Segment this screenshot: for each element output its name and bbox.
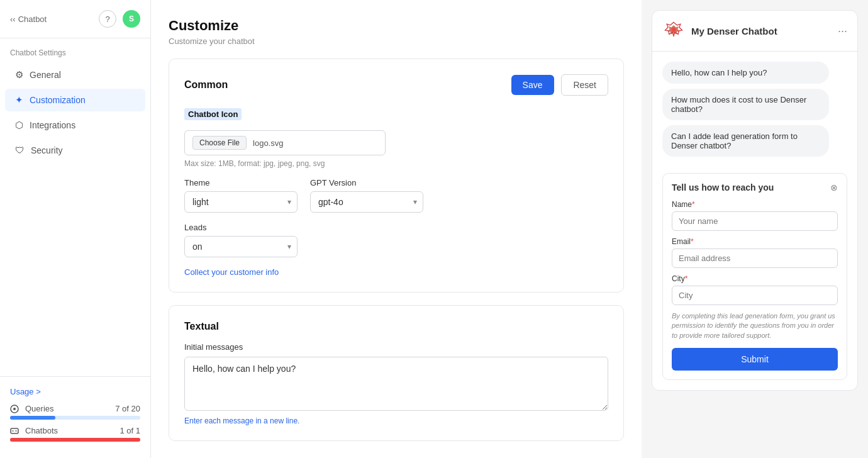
gpt-group: GPT Version gpt-4o gpt-3.5-turbo gpt-4 ▾	[310, 178, 423, 213]
textual-card: Textual Initial messages Enter each mess…	[169, 305, 624, 441]
chatbots-progress-fill	[10, 438, 140, 442]
textarea-hint: Enter each message in a new line.	[184, 416, 608, 425]
chatbots-count: 1 of 1	[120, 426, 140, 435]
greeting-bubble: Hello, how can I help you?	[662, 62, 829, 84]
gpt-label: GPT Version	[310, 178, 423, 187]
leads-label: Leads	[184, 223, 298, 232]
email-required-marker: *	[691, 237, 694, 246]
queries-progress-bg	[10, 416, 140, 420]
avatar: S	[123, 10, 140, 28]
theme-label: Theme	[184, 178, 298, 187]
name-input[interactable]	[672, 211, 838, 231]
svg-point-3	[13, 430, 14, 432]
main-content: Customize Customize your chatbot Common …	[151, 0, 642, 458]
chatbot-menu-icon[interactable]: ···	[838, 25, 847, 38]
chatbot-name: My Denser Chatbot	[691, 26, 832, 36]
leads-select[interactable]: on off	[184, 236, 298, 257]
svg-point-1	[13, 408, 16, 410]
customization-icon: ✦	[15, 94, 23, 106]
submit-button[interactable]: Submit	[672, 348, 838, 371]
city-required-marker: *	[685, 274, 688, 283]
avatar-letter: S	[129, 14, 134, 23]
email-field-label: Email*	[672, 237, 838, 246]
back-button[interactable]: ‹‹ Chatbot	[10, 14, 47, 24]
theme-group: Theme light dark ▾	[184, 178, 298, 213]
usage-link[interactable]: Usage >	[10, 387, 140, 396]
lead-form-header: Tell us how to reach you ⊗	[672, 182, 838, 193]
city-input[interactable]	[672, 286, 838, 305]
chatbot-messages: Hello, how can I help you? How much does…	[652, 52, 857, 167]
page-title: Customize	[169, 18, 624, 34]
svg-point-4	[16, 430, 17, 432]
chatbot-preview: My Denser Chatbot ··· Hello, how can I h…	[652, 10, 858, 391]
common-card-actions: Save Reset	[511, 74, 608, 96]
reset-button[interactable]: Reset	[561, 74, 608, 96]
textual-card-title: Textual	[184, 321, 608, 332]
svg-point-6	[671, 28, 676, 32]
chatbots-progress-bg	[10, 438, 140, 442]
chatbot-icon-label: Chatbot Icon	[184, 108, 242, 120]
customization-label: Customization	[30, 95, 86, 105]
file-input-row: Choose File logo.svg	[184, 130, 386, 155]
leads-row: Leads on off ▾	[184, 223, 608, 257]
file-hint: Max size: 1MB, format: jpg, jpeg, png, s…	[184, 159, 608, 168]
common-card-header: Common Save Reset	[184, 74, 608, 96]
chatbot-preview-header: My Denser Chatbot ···	[652, 11, 857, 52]
choose-file-button[interactable]: Choose File	[192, 136, 247, 150]
collect-info-link[interactable]: Collect your customer info	[184, 267, 608, 277]
integrations-label: Integrations	[30, 120, 75, 130]
name-required-marker: *	[692, 200, 695, 209]
common-card: Common Save Reset Chatbot Icon Choose Fi…	[169, 59, 624, 293]
queries-count: 7 of 20	[115, 404, 140, 413]
name-field-label: Name*	[672, 200, 838, 209]
sidebar-item-customization[interactable]: ✦ Customization	[5, 89, 145, 111]
sidebar-title: Chatbot	[18, 14, 47, 24]
chatbots-label: Chatbots	[10, 426, 58, 435]
shield-icon: 🛡	[15, 145, 25, 155]
security-label: Security	[31, 145, 63, 155]
theme-select-wrapper: light dark ▾	[184, 191, 298, 213]
lead-form: Tell us how to reach you ⊗ Name* Email* …	[662, 173, 847, 380]
sidebar-item-security[interactable]: 🛡 Security	[5, 139, 145, 161]
integrations-icon: ⬡	[15, 120, 23, 131]
lead-disclaimer: By completing this lead generation form,…	[672, 311, 838, 340]
sidebar-item-general[interactable]: ⚙ General	[5, 64, 145, 86]
theme-select[interactable]: light dark	[184, 191, 298, 213]
svg-rect-2	[11, 428, 18, 433]
sidebar-header: ‹‹ Chatbot ? S	[0, 0, 150, 38]
question-bubble-2: Can I adde lead generation form to Dense…	[662, 125, 829, 157]
leads-select-wrapper: on off ▾	[184, 236, 298, 257]
queries-label: Queries	[10, 404, 54, 413]
lead-form-close-icon[interactable]: ⊗	[830, 182, 838, 193]
gpt-select-wrapper: gpt-4o gpt-3.5-turbo gpt-4 ▾	[310, 191, 423, 213]
sidebar-section-label: Chatbot Settings	[0, 38, 150, 62]
question-bubble-1: How much does it cost to use Denser chat…	[662, 89, 829, 120]
gpt-select[interactable]: gpt-4o gpt-3.5-turbo gpt-4	[310, 191, 423, 213]
email-input[interactable]	[672, 249, 838, 268]
queries-progress-fill	[10, 416, 55, 420]
common-card-title: Common	[184, 79, 228, 91]
back-icon: ‹‹	[10, 14, 16, 24]
initial-messages-textarea[interactable]	[184, 357, 608, 411]
help-button[interactable]: ?	[99, 10, 116, 28]
sidebar-item-integrations[interactable]: ⬡ Integrations	[5, 114, 145, 137]
lead-form-title: Tell us how to reach you	[672, 182, 774, 193]
page-subtitle: Customize your chatbot	[169, 36, 624, 46]
chatbots-row: Chatbots 1 of 1	[10, 426, 140, 435]
general-label: General	[30, 70, 61, 80]
city-field-label: City*	[672, 274, 838, 283]
gear-icon: ⚙	[15, 69, 23, 81]
sidebar-bottom: Usage > Queries 7 of 20 Chatbots 1 of 1	[0, 376, 150, 458]
sidebar: ‹‹ Chatbot ? S Chatbot Settings ⚙ Genera…	[0, 0, 151, 458]
queries-row: Queries 7 of 20	[10, 404, 140, 413]
file-name: logo.svg	[253, 138, 283, 148]
chatbot-logo-icon	[662, 20, 685, 42]
initial-messages-label: Initial messages	[184, 342, 608, 352]
help-icon: ?	[105, 14, 109, 24]
preview-panel: My Denser Chatbot ··· Hello, how can I h…	[642, 0, 868, 458]
leads-group: Leads on off ▾	[184, 223, 298, 257]
theme-gpt-row: Theme light dark ▾ GPT Version gpt-4o gp…	[184, 178, 608, 213]
save-button[interactable]: Save	[511, 75, 554, 95]
